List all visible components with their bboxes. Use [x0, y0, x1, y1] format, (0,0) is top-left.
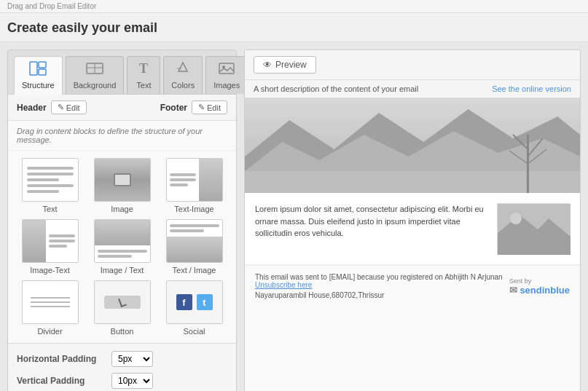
preview-bar: 👁 Preview [245, 50, 580, 80]
footer-edit-label: Edit [207, 103, 221, 112]
text-image-visual [167, 159, 222, 201]
unsubscribe-link[interactable]: Unsubscribe here [255, 281, 312, 289]
inline-img-svg [498, 204, 571, 255]
vertical-padding-dropdown[interactable]: 5px 10px 15px 20px [111, 373, 153, 389]
tab-colors-label: Colors [171, 81, 195, 90]
block-image[interactable]: Image [89, 158, 155, 213]
hero-svg [245, 98, 580, 193]
image-visual [95, 159, 150, 201]
toolbar-tabs: Structure Background T Te [8, 50, 236, 95]
block-image-text-thumb [22, 219, 79, 263]
cursor-icon [118, 297, 127, 307]
block-text-image-thumb [166, 158, 223, 202]
svg-point-21 [510, 213, 522, 224]
preview-desc-row: A short description of the content of yo… [245, 80, 580, 98]
drag-instruction: Drag in content blocks to define the str… [8, 121, 236, 151]
block-text-image[interactable]: Text-Image [161, 158, 227, 213]
block-image-text-label: Image-Text [30, 266, 69, 275]
block-button-thumb [94, 280, 151, 324]
it2-img [95, 220, 150, 245]
brand-name: ✉ sendinblue [509, 285, 570, 296]
block-divider-label: Divider [37, 327, 62, 336]
ti2-img [167, 237, 222, 262]
email-content-row: Lorem ipsum dolor sit amet, consectetur … [245, 193, 580, 265]
vertical-padding-select: 5px 10px 15px 20px [111, 373, 153, 389]
ti2-text [167, 220, 222, 237]
header-edit-label: Edit [66, 103, 80, 112]
email-body: Lorem ipsum dolor sit amet, consectetur … [245, 193, 580, 265]
block-text-image2-thumb [166, 219, 223, 263]
horizontal-padding-select: 5px 10px 15px 20px [111, 351, 153, 367]
header-edit-icon: ✎ [58, 103, 64, 112]
footer-address: Nayaruparambil House,680702,Thrissur [255, 291, 509, 299]
right-panel: 👁 Preview A short description of the con… [244, 50, 581, 391]
online-version-link[interactable]: See the online version [492, 84, 571, 93]
left-panel: Structure Background T Te [7, 50, 237, 391]
header-edit-button[interactable]: ✎ Edit [51, 100, 87, 114]
vertical-padding-row: Vertical Padding 5px 10px 15px 20px [17, 373, 227, 389]
footer-logo: Sent by ✉ sendinblue [509, 277, 570, 296]
image-text-visual [23, 220, 78, 262]
vertical-padding-label: Vertical Padding [17, 376, 111, 386]
block-social-label: Social [184, 327, 205, 336]
background-icon [86, 61, 103, 79]
block-image-text2-thumb [94, 219, 151, 263]
header-group: Header ✎ Edit [17, 100, 87, 114]
text-icon: T [135, 61, 152, 79]
horizontal-padding-label: Horizontal Padding [17, 354, 111, 364]
block-button-label: Button [111, 327, 134, 336]
footer-email-text: This email was sent to [EMAIL] because y… [255, 273, 509, 281]
footer-edit-button[interactable]: ✎ Edit [192, 100, 227, 114]
tab-background-label: Background [74, 81, 117, 90]
preview-desc-text: A short description of the content of yo… [254, 84, 418, 93]
ti-text [167, 159, 199, 201]
ti-image [199, 159, 222, 201]
svg-rect-13 [245, 171, 580, 193]
block-divider[interactable]: Divider [17, 280, 83, 336]
block-image-text2[interactable]: Image / Text [89, 219, 155, 275]
email-body-text: Lorem ipsum dolor sit amet, consectetur … [255, 203, 488, 254]
block-text[interactable]: Text [17, 158, 83, 213]
tab-colors[interactable]: Colors [163, 56, 203, 94]
facebook-icon: f [176, 294, 192, 310]
block-social[interactable]: f t Social [161, 280, 227, 336]
block-image-text[interactable]: Image-Text [17, 219, 83, 275]
padding-section: Horizontal Padding 5px 10px 15px 20px Ve… [8, 343, 236, 391]
button-shape [104, 296, 141, 309]
tab-background[interactable]: Background [66, 56, 125, 94]
social-visual: f t [167, 281, 222, 323]
footer-group: Footer ✎ Edit [160, 100, 227, 114]
block-social-thumb: f t [166, 280, 223, 324]
footer-left: This email was sent to [EMAIL] because y… [255, 273, 509, 299]
block-text-image-label: Text-Image [174, 205, 213, 213]
preview-button[interactable]: 👁 Preview [254, 56, 316, 74]
horizontal-padding-row: Horizontal Padding 5px 10px 15px 20px [17, 351, 227, 367]
it-text [46, 220, 78, 262]
block-image-label: Image [111, 205, 133, 213]
svg-rect-0 [30, 62, 37, 75]
block-button[interactable]: Button [89, 280, 155, 336]
horizontal-padding-dropdown[interactable]: 5px 10px 15px 20px [111, 351, 153, 367]
sent-by-label: Sent by ✉ sendinblue [509, 277, 570, 296]
svg-rect-2 [39, 69, 46, 75]
top-bar-label: Drag and Drop Email Editor [7, 2, 96, 10]
it2-visual [95, 220, 150, 262]
svg-rect-1 [39, 62, 46, 68]
block-divider-thumb [22, 280, 79, 324]
svg-text:T: T [139, 61, 148, 76]
tab-images[interactable]: Images [205, 56, 248, 94]
tab-text[interactable]: T Text [127, 56, 160, 94]
block-text-label: Text [42, 205, 57, 213]
block-image-thumb [94, 158, 151, 202]
structure-icon [29, 61, 47, 79]
tab-structure[interactable]: Structure [14, 56, 63, 95]
text-lines [23, 162, 78, 197]
divider-visual [23, 291, 78, 313]
block-text-thumb [22, 158, 79, 202]
email-canvas: Lorem ipsum dolor sit amet, consectetur … [245, 98, 580, 307]
it2-text [95, 245, 150, 262]
email-inline-image [497, 203, 570, 254]
block-text-image2[interactable]: Text / Image [161, 219, 227, 275]
footer-label: Footer [160, 103, 187, 113]
top-bar: Drag and Drop Email Editor [0, 0, 588, 13]
